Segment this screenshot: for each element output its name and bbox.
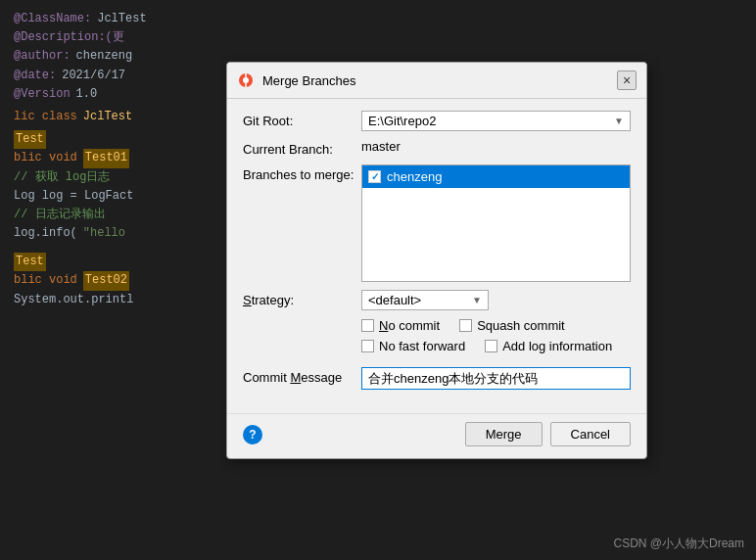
commit-message-input[interactable] <box>361 367 631 390</box>
options-checkboxes-row1: No commit Squash commit <box>361 318 631 333</box>
no-commit-checkbox[interactable] <box>361 319 374 332</box>
strategy-label: Strategy: <box>243 290 355 307</box>
current-branch-row: Current Branch: master <box>243 139 631 157</box>
svg-point-1 <box>243 77 249 83</box>
no-commit-label: No commit <box>379 318 440 333</box>
add-log-checkbox[interactable] <box>485 340 497 352</box>
options-row-1: No commit Squash commit No fast forward <box>243 318 631 359</box>
strategy-label-text: Strategy: <box>243 293 294 307</box>
current-branch-value: master <box>361 139 401 154</box>
strategy-control: <default> ▼ <box>361 290 631 310</box>
commit-message-label: Commit Message <box>243 367 355 385</box>
strategy-row: Strategy: <default> ▼ <box>243 290 631 310</box>
help-button[interactable]: ? <box>243 425 262 444</box>
no-fast-forward-checkbox[interactable] <box>361 340 374 352</box>
watermark: CSDN @小人物大Dream <box>613 536 744 552</box>
merge-button[interactable]: Merge <box>465 422 543 446</box>
git-root-row: Git Root: E:\Git\repo2 ▼ <box>243 111 631 131</box>
merge-branches-dialog: Merge Branches × Git Root: E:\Git\repo2 … <box>226 62 647 459</box>
chevron-down-icon: ▼ <box>614 116 624 126</box>
no-fast-forward-option[interactable]: No fast forward <box>361 339 465 353</box>
commit-message-control <box>361 367 631 390</box>
git-root-dropdown[interactable]: E:\Git\repo2 ▼ <box>361 111 631 131</box>
dialog-overlay: Merge Branches × Git Root: E:\Git\repo2 … <box>0 0 756 560</box>
commit-message-row: Commit Message <box>243 367 631 390</box>
strategy-value: <default> <box>368 293 421 307</box>
strategy-dropdown[interactable]: <default> ▼ <box>361 290 489 310</box>
git-root-value: E:\Git\repo2 <box>368 114 436 128</box>
dialog-footer: ? Merge Cancel <box>227 413 646 458</box>
branches-control: chenzeng <box>361 164 631 282</box>
no-fast-forward-label: No fast forward <box>379 339 465 353</box>
git-icon <box>237 71 255 89</box>
close-button[interactable]: × <box>617 70 637 90</box>
squash-commit-option[interactable]: Squash commit <box>459 318 565 333</box>
branches-row: Branches to merge: chenzeng <box>243 164 631 282</box>
dialog-title: Merge Branches <box>262 73 609 88</box>
current-branch-label: Current Branch: <box>243 139 355 157</box>
add-log-option[interactable]: Add log information <box>485 339 612 353</box>
branches-list[interactable]: chenzeng <box>361 164 631 282</box>
chevron-down-icon: ▼ <box>472 295 482 305</box>
branches-label: Branches to merge: <box>243 164 355 182</box>
no-commit-option[interactable]: No commit <box>361 318 440 333</box>
branch-name: chenzeng <box>387 169 442 184</box>
button-group: Merge Cancel <box>465 422 631 446</box>
branch-list-item[interactable]: chenzeng <box>362 165 630 188</box>
dialog-titlebar: Merge Branches × <box>227 63 646 99</box>
squash-commit-checkbox[interactable] <box>459 319 472 332</box>
options-control: No commit Squash commit No fast forward <box>361 318 631 359</box>
current-branch-control: master <box>361 139 631 154</box>
branch-checkbox[interactable] <box>368 170 381 183</box>
options-checkboxes-row2: No fast forward Add log information <box>361 339 631 353</box>
cancel-button[interactable]: Cancel <box>550 422 631 446</box>
dialog-body: Git Root: E:\Git\repo2 ▼ Current Branch:… <box>227 99 646 409</box>
add-log-label: Add log information <box>502 339 612 353</box>
git-root-label: Git Root: <box>243 111 355 128</box>
options-spacer <box>243 318 355 321</box>
squash-commit-label: Squash commit <box>477 318 565 333</box>
git-root-control: E:\Git\repo2 ▼ <box>361 111 631 131</box>
